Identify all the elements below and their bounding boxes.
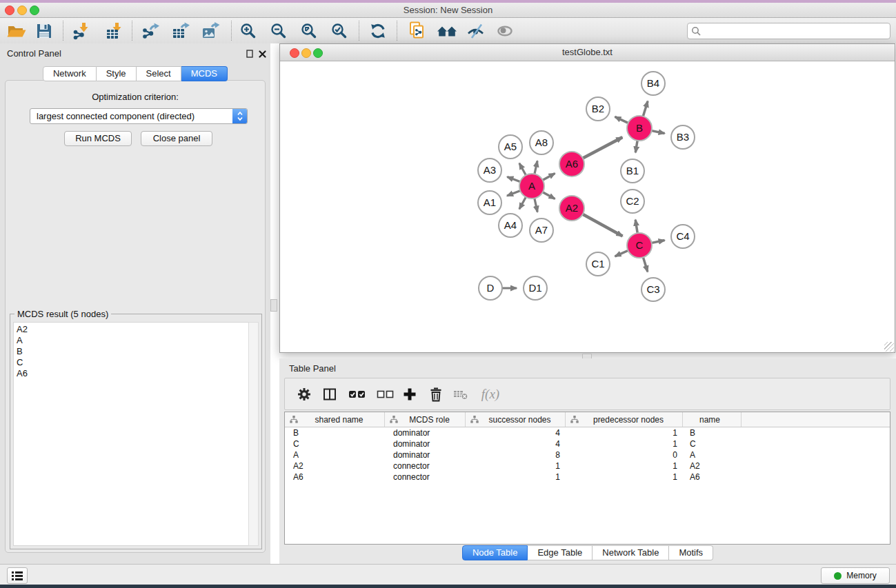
column-header-name[interactable]: name bbox=[683, 412, 741, 427]
tab-select[interactable]: Select bbox=[137, 66, 181, 81]
edge-A-A1[interactable] bbox=[507, 190, 521, 196]
cell-name[interactable]: A bbox=[683, 449, 741, 460]
minimize-window-button[interactable] bbox=[17, 6, 27, 15]
hide-selected-button[interactable] bbox=[463, 19, 489, 42]
edge-B-B3[interactable] bbox=[651, 130, 665, 133]
zoom-window-button[interactable] bbox=[30, 6, 39, 15]
zoom-fit-button[interactable] bbox=[296, 19, 322, 42]
table-row[interactable]: Adominator80A bbox=[285, 449, 890, 460]
cell-MCDS-role[interactable]: dominator bbox=[385, 449, 466, 460]
node-A[interactable]: A bbox=[519, 174, 544, 199]
table-settings-button[interactable] bbox=[295, 386, 314, 403]
show-all-button[interactable] bbox=[492, 19, 518, 42]
table-row[interactable]: A6connector11A6 bbox=[285, 472, 890, 483]
task-history-button[interactable] bbox=[7, 567, 28, 584]
cell-predecessor-nodes[interactable]: 1 bbox=[566, 427, 683, 438]
cell-name[interactable]: C bbox=[683, 438, 741, 449]
zoom-out-button[interactable] bbox=[266, 19, 292, 42]
edge-C-C2[interactable] bbox=[635, 220, 637, 234]
export-image-button[interactable] bbox=[197, 19, 223, 42]
edge-A6-B[interactable] bbox=[582, 137, 622, 159]
column-header-MCDS-role[interactable]: MCDS role bbox=[385, 412, 466, 427]
zoom-selected-button[interactable] bbox=[326, 19, 352, 42]
run-mcds-button[interactable]: Run MCDS bbox=[64, 131, 132, 146]
node-A3[interactable]: A3 bbox=[478, 159, 501, 182]
table-row[interactable]: Cdominator41C bbox=[285, 438, 890, 449]
edge-A-A4[interactable] bbox=[519, 196, 526, 209]
table-row[interactable]: A2connector11A2 bbox=[285, 460, 890, 472]
export-table-button[interactable] bbox=[168, 19, 194, 42]
zoom-in-button[interactable] bbox=[235, 19, 261, 42]
cell-shared-name[interactable]: A2 bbox=[285, 460, 385, 472]
cell-name[interactable]: B bbox=[683, 427, 741, 438]
network-canvas[interactable]: B4B2BB3A8A5A6A3B1AC2A1A2A4A7C4CC1DD1C3 bbox=[280, 61, 895, 352]
edge-C-C3[interactable] bbox=[643, 256, 648, 272]
cell-successor-nodes[interactable]: 4 bbox=[466, 438, 566, 449]
result-item[interactable]: C bbox=[14, 357, 248, 368]
delete-column-button[interactable] bbox=[426, 386, 446, 403]
edge-A-A5[interactable] bbox=[519, 163, 526, 176]
search-input[interactable] bbox=[701, 25, 890, 37]
node-A2[interactable]: A2 bbox=[559, 196, 584, 221]
clone-network-button[interactable] bbox=[404, 19, 430, 42]
close-network-window-button[interactable] bbox=[290, 48, 299, 58]
cell-successor-nodes[interactable]: 8 bbox=[466, 449, 566, 460]
node-B3[interactable]: B3 bbox=[671, 125, 695, 149]
tab-style[interactable]: Style bbox=[97, 66, 137, 81]
node-C4[interactable]: C4 bbox=[671, 225, 695, 248]
node-B4[interactable]: B4 bbox=[641, 72, 665, 95]
tab-mcds[interactable]: MCDS bbox=[181, 66, 228, 81]
column-header-shared-name[interactable]: shared name bbox=[285, 412, 385, 427]
save-session-button[interactable] bbox=[31, 19, 57, 42]
minimize-network-window-button[interactable] bbox=[301, 48, 311, 58]
cell-MCDS-role[interactable]: dominator bbox=[385, 438, 466, 449]
import-network-button[interactable] bbox=[68, 19, 94, 42]
result-item[interactable]: A2 bbox=[14, 324, 248, 335]
node-A8[interactable]: A8 bbox=[530, 131, 553, 154]
column-header-predecessor-nodes[interactable]: predecessor nodes bbox=[566, 412, 683, 427]
cell-predecessor-nodes[interactable]: 1 bbox=[566, 460, 683, 472]
cell-MCDS-role[interactable]: connector bbox=[385, 472, 466, 483]
result-item[interactable]: B bbox=[14, 346, 248, 357]
cell-successor-nodes[interactable]: 4 bbox=[466, 427, 566, 438]
table-tab-motifs[interactable]: Motifs bbox=[669, 545, 713, 560]
edge-A-A3[interactable] bbox=[507, 177, 521, 183]
network-window-titlebar[interactable]: testGlobe.txt bbox=[280, 44, 895, 61]
edge-B-B4[interactable] bbox=[643, 101, 648, 117]
cell-shared-name[interactable]: A bbox=[285, 449, 385, 460]
apply-layout-button[interactable] bbox=[365, 19, 391, 42]
edge-C-C4[interactable] bbox=[651, 241, 665, 243]
cell-successor-nodes[interactable]: 1 bbox=[466, 460, 566, 472]
cell-shared-name[interactable]: C bbox=[285, 438, 385, 449]
function-builder-button[interactable]: f(x) bbox=[478, 386, 503, 403]
table-tab-network-table[interactable]: Network Table bbox=[593, 545, 669, 560]
import-table-button[interactable] bbox=[101, 19, 128, 42]
network-graph[interactable]: B4B2BB3A8A5A6A3B1AC2A1A2A4A7C4CC1DD1C3 bbox=[280, 61, 895, 352]
table-tab-node-table[interactable]: Node Table bbox=[462, 545, 528, 560]
edge-C-C1[interactable] bbox=[615, 250, 629, 256]
criterion-select[interactable]: largest connected component (directed) bbox=[30, 108, 248, 124]
edge-A-A2[interactable] bbox=[542, 192, 555, 199]
deselect-all-button[interactable] bbox=[375, 386, 396, 403]
node-A7[interactable]: A7 bbox=[530, 219, 553, 242]
cell-MCDS-role[interactable]: connector bbox=[385, 460, 466, 472]
cell-successor-nodes[interactable]: 1 bbox=[466, 472, 566, 483]
cell-shared-name[interactable]: A6 bbox=[285, 472, 385, 483]
edge-B-B1[interactable] bbox=[635, 140, 637, 153]
close-panel-action-button[interactable]: Close panel bbox=[141, 131, 212, 146]
open-session-button[interactable] bbox=[3, 19, 30, 42]
node-D[interactable]: D bbox=[479, 276, 502, 300]
add-column-button[interactable] bbox=[400, 386, 419, 403]
node-B[interactable]: B bbox=[627, 116, 652, 141]
node-A1[interactable]: A1 bbox=[478, 191, 501, 214]
node-C3[interactable]: C3 bbox=[641, 278, 665, 301]
select-all-button[interactable] bbox=[347, 386, 368, 403]
result-item[interactable]: A6 bbox=[14, 368, 248, 379]
export-network-button[interactable] bbox=[137, 19, 163, 42]
cell-predecessor-nodes[interactable]: 1 bbox=[566, 472, 683, 483]
vertical-splitter-handle[interactable] bbox=[270, 299, 277, 312]
first-neighbors-button[interactable] bbox=[434, 19, 460, 42]
resize-grip[interactable] bbox=[884, 342, 894, 352]
result-scrollbar[interactable] bbox=[248, 322, 259, 546]
cell-shared-name[interactable]: B bbox=[285, 427, 385, 438]
